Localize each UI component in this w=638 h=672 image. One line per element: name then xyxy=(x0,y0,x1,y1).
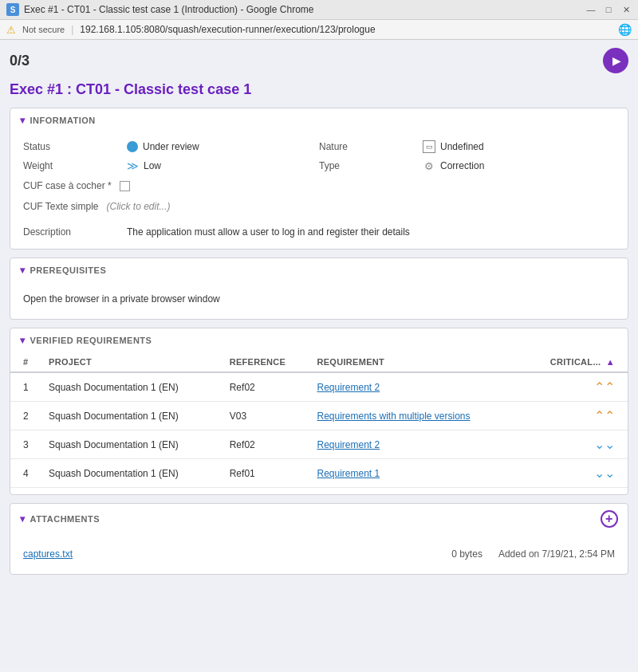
description-row: Description The application must allow a… xyxy=(23,220,615,238)
table-row: 4 Squash Documentation 1 (EN) Ref01 Requ… xyxy=(10,459,628,488)
title-bar: S Exec #1 - CT01 - Classic test case 1 (… xyxy=(0,0,638,20)
main-content: 0/3 Exec #1 : CT01 - Classic test case 1… xyxy=(0,40,638,670)
type-value: ⚙ Correction xyxy=(423,159,615,172)
nature-label: Nature xyxy=(319,141,423,152)
cell-reference: Ref02 xyxy=(223,372,311,402)
attachment-meta: 0 bytes Added on 7/19/21, 2:54 PM xyxy=(451,548,615,560)
col-project: PROJECT xyxy=(42,352,223,372)
requirement-link[interactable]: Requirements with multiple versions xyxy=(317,411,470,422)
cell-num: 1 xyxy=(10,372,42,402)
verified-requirements-header[interactable]: ▾ VERIFIED REQUIREMENTS xyxy=(10,328,628,352)
security-warning-icon: ⚠ xyxy=(6,24,16,36)
type-icon: ⚙ xyxy=(423,159,435,172)
nature-icon: ▭ xyxy=(423,140,435,153)
chevron-down-icon: ▾ xyxy=(20,265,26,276)
col-reference: REFERENCE xyxy=(223,352,311,372)
not-secure-label: Not secure xyxy=(22,25,65,34)
cell-reference: Ref01 xyxy=(223,459,311,488)
prerequisites-text: Open the browser in a private browser wi… xyxy=(23,290,615,308)
address-bar: ⚠ Not secure | 192.168.1.105:8080/squash… xyxy=(0,20,638,40)
requirement-link[interactable]: Requirement 2 xyxy=(317,382,380,393)
verified-requirements-section: ▾ VERIFIED REQUIREMENTS # PROJECT REFERE… xyxy=(10,328,628,495)
attachments-body: captures.txt 0 bytes Added on 7/19/21, 2… xyxy=(10,534,628,574)
information-grid: Status Under review Nature ▭ Undefined W… xyxy=(23,140,615,238)
weight-icon: ≫ xyxy=(127,159,139,172)
description-label: Description xyxy=(23,225,127,238)
attachments-section-header: ▾ ATTACHMENTS + xyxy=(10,504,628,534)
cell-reference: Ref02 xyxy=(223,430,311,459)
col-criticality[interactable]: CRITICAL... ▲ xyxy=(521,352,628,372)
status-label: Status xyxy=(23,141,127,152)
attachments-section: ▾ ATTACHMENTS + captures.txt 0 bytes Add… xyxy=(10,503,628,575)
weight-value: ≫ Low xyxy=(127,159,319,172)
cell-criticality: ⌃⌃ xyxy=(521,402,628,430)
weight-text: Low xyxy=(144,160,161,171)
col-requirement: REQUIREMENT xyxy=(310,352,521,372)
cell-num: 2 xyxy=(10,402,42,430)
attachment-row: captures.txt 0 bytes Added on 7/19/21, 2… xyxy=(23,542,615,563)
add-attachment-button[interactable]: + xyxy=(601,510,618,528)
table-row: 1 Squash Documentation 1 (EN) Ref02 Requ… xyxy=(10,372,628,402)
separator: | xyxy=(71,24,73,35)
table-row: 3 Squash Documentation 1 (EN) Ref02 Requ… xyxy=(10,430,628,459)
cell-project: Squash Documentation 1 (EN) xyxy=(42,372,223,402)
attachment-size: 0 bytes xyxy=(451,548,482,560)
cell-project: Squash Documentation 1 (EN) xyxy=(42,430,223,459)
cell-project: Squash Documentation 1 (EN) xyxy=(42,459,223,488)
status-text: Under review xyxy=(143,141,199,152)
cell-requirement[interactable]: Requirement 2 xyxy=(310,372,521,402)
nature-text: Undefined xyxy=(440,141,484,152)
cell-num: 3 xyxy=(10,430,42,459)
prerequisites-label: PREREQUISITES xyxy=(30,265,107,275)
verified-requirements-label: VERIFIED REQUIREMENTS xyxy=(30,336,152,345)
cuf-checkbox-input[interactable] xyxy=(120,181,130,191)
close-button[interactable]: ✕ xyxy=(620,4,632,15)
cell-project: Squash Documentation 1 (EN) xyxy=(42,402,223,430)
play-button[interactable] xyxy=(603,48,628,73)
cell-criticality: ⌄⌄ xyxy=(521,430,628,459)
attachment-date: Added on 7/19/21, 2:54 PM xyxy=(498,548,615,560)
cuf-text-row: CUF Texte simple (Click to edit...) xyxy=(23,199,615,214)
criticality-high-icon: ⌃⌃ xyxy=(594,409,615,422)
requirement-link[interactable]: Requirement 2 xyxy=(317,439,380,450)
table-row: 2 Squash Documentation 1 (EN) V03 Requir… xyxy=(10,402,628,430)
information-label: INFORMATION xyxy=(30,116,96,125)
requirement-link[interactable]: Requirement 1 xyxy=(317,468,380,479)
information-body: Status Under review Nature ▭ Undefined W… xyxy=(10,132,628,249)
translate-icon[interactable]: 🌐 xyxy=(618,23,632,36)
cell-criticality: ⌃⌃ xyxy=(521,372,628,402)
cuf-checkbox-label: CUF case à cocher * xyxy=(23,180,112,191)
cell-requirement[interactable]: Requirement 2 xyxy=(310,430,521,459)
information-section-header[interactable]: ▾ INFORMATION xyxy=(10,108,628,132)
status-dot-icon xyxy=(127,141,138,152)
status-value: Under review xyxy=(127,141,319,152)
minimize-button[interactable]: — xyxy=(585,4,597,15)
weight-label: Weight xyxy=(23,160,127,171)
cell-num: 4 xyxy=(10,459,42,488)
window-title: Exec #1 - CT01 - Classic test case 1 (In… xyxy=(24,4,581,15)
cell-requirement[interactable]: Requirements with multiple versions xyxy=(310,402,521,430)
description-text: The application must allow a user to log… xyxy=(127,225,410,238)
requirements-table: # PROJECT REFERENCE REQUIREMENT CRITICAL… xyxy=(10,352,628,488)
url-bar[interactable]: 192.168.1.105:8080/squash/execution-runn… xyxy=(80,24,612,35)
type-text: Correction xyxy=(440,160,484,171)
table-header-row: # PROJECT REFERENCE REQUIREMENT CRITICAL… xyxy=(10,352,628,372)
cuf-text-label: CUF Texte simple xyxy=(23,201,98,212)
attachment-filename[interactable]: captures.txt xyxy=(23,548,73,560)
sort-arrow-icon: ▲ xyxy=(606,357,615,367)
top-bar: 0/3 xyxy=(10,48,628,73)
chevron-down-icon: ▾ xyxy=(20,115,26,126)
cuf-text-input[interactable]: (Click to edit...) xyxy=(106,201,170,212)
window-controls: — □ ✕ xyxy=(585,4,632,15)
type-label: Type xyxy=(319,160,423,171)
chevron-down-icon: ▾ xyxy=(20,335,26,346)
cell-requirement[interactable]: Requirement 1 xyxy=(310,459,521,488)
information-section: ▾ INFORMATION Status Under review Nature… xyxy=(10,108,628,250)
prerequisites-section-header[interactable]: ▾ PREREQUISITES xyxy=(10,258,628,282)
progress-counter: 0/3 xyxy=(10,53,30,69)
nature-value: ▭ Undefined xyxy=(423,140,615,153)
maximize-button[interactable]: □ xyxy=(603,4,614,15)
col-num: # xyxy=(10,352,42,372)
criticality-high-icon: ⌃⌃ xyxy=(594,380,615,394)
browser-favicon: S xyxy=(6,3,19,16)
